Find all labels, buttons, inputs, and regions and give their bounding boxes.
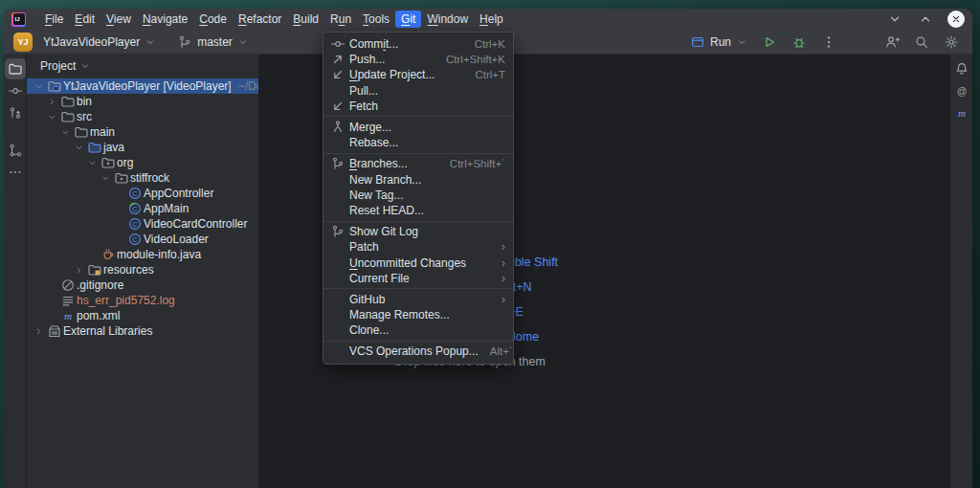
tree-chevron-down-icon[interactable] [71,143,86,153]
git-menu-item-merge-[interactable]: Merge... [323,120,513,135]
arrow-down-left-icon [330,99,345,114]
tree-row-hs-err-pid5752-log[interactable]: hs_err_pid5752.log [27,293,258,308]
tree-row--gitignore[interactable]: .gitignore [27,277,258,293]
settings-gear-button[interactable] [940,32,963,53]
git-menu-item-label: Show Git Log [349,225,505,238]
tree-label: java [103,141,124,154]
menubar-item-git[interactable]: Git [395,11,421,28]
tree-row-module-info-java[interactable]: module-info.java [27,247,258,262]
run-configuration-selector[interactable]: Run [686,33,751,52]
git-menu-item-update-project-[interactable]: Update Project...Ctrl+T [323,67,513,82]
git-menu-item-current-file[interactable]: Current File› [323,271,513,286]
git-menu-item-push-[interactable]: Push...Ctrl+Shift+K [323,52,513,67]
git-menu-item-pull-[interactable]: Pull... [323,83,513,99]
branch-selector[interactable]: master [173,33,253,52]
git-menu-item-patch[interactable]: Patch› [323,239,513,255]
menubar-item-window[interactable]: Window [421,11,474,28]
git-menu-item-fetch[interactable]: Fetch [323,99,513,114]
search-button[interactable] [910,32,933,53]
kebab-menu-icon [821,34,836,50]
tree-row-resources[interactable]: resources [27,262,258,277]
tree-row-ytjavavideoplayer-videoplayer-[interactable]: YtJavaVideoPlayer [VideoPlayer]~/Documen… [27,78,258,94]
stripe-project-folder-button[interactable] [5,58,26,79]
git-menu-item-uncommitted-changes[interactable]: Uncommitted Changes› [323,255,513,270]
menubar-item-run[interactable]: Run [324,11,357,28]
project-panel-title: Project [40,59,76,73]
menubar-item-view[interactable]: View [100,11,137,28]
tree-row-external-libraries[interactable]: External Libraries [27,323,258,339]
menubar-item-tools[interactable]: Tools [357,11,395,28]
folder-icon [73,124,90,140]
menubar-item-help[interactable]: Help [474,11,509,28]
menubar-item-file[interactable]: File [39,11,69,28]
tree-row-pom-xml[interactable]: mpom.xml [27,308,258,323]
git-tool-icon [8,105,23,121]
project-panel-header[interactable]: Project [27,55,258,78]
stripe-mentions-at-button[interactable]: @ [951,80,972,101]
git-menu-item-show-git-log[interactable]: Show Git Log [323,224,513,239]
tree-chevron-right-icon[interactable] [44,97,59,107]
git-menu-item-label: Commit... [349,37,463,51]
debug-bug-button[interactable] [788,32,811,53]
tree-row-appcontroller[interactable]: CAppController [27,186,258,201]
submenu-arrow-icon: › [501,293,505,306]
menubar-item-edit[interactable]: Edit [69,11,100,28]
close-button[interactable] [947,11,965,28]
branch-icon [330,224,345,239]
tree-row-main[interactable]: main [27,124,258,140]
svg-text:m: m [64,310,72,322]
menubar-item-refactor[interactable]: Refactor [233,11,287,28]
tree-row-bin[interactable]: bin [27,94,258,109]
tree-row-videocardcontroller[interactable]: CVideoCardController [27,216,258,232]
git-menu-item-manage-remotes-[interactable]: Manage Remotes... [323,307,513,322]
tree-row-src[interactable]: src [27,109,258,124]
git-menu-item-rebase-[interactable]: Rebase... [323,135,513,150]
git-menu-item-commit-[interactable]: Commit...Ctrl+K [323,36,513,52]
arrow-down-left-icon [330,67,345,82]
tree-chevron-down-icon[interactable] [31,81,46,92]
menubar-item-build[interactable]: Build [287,11,324,28]
git-menu-item-label: Rebase... [349,136,505,149]
tree-chevron-down-icon[interactable] [44,112,59,122]
tree-chevron-down-icon[interactable] [98,173,113,184]
stripe-more-dots-button[interactable] [5,162,26,183]
play-button[interactable] [758,32,781,53]
chevron-down-button[interactable] [886,11,903,28]
git-menu-item-github[interactable]: GitHub› [323,292,513,307]
tree-row-stiffrock[interactable]: stiffrock [27,170,258,186]
chevron-up-button[interactable] [917,11,934,28]
stripe-notifications-bell-button[interactable] [951,58,972,79]
structure-icon [8,143,23,158]
menubar-item-navigate[interactable]: Navigate [137,11,193,28]
tree-row-org[interactable]: org [27,155,258,170]
git-menu-item-clone-[interactable]: Clone... [323,322,513,338]
menu-separator [323,341,513,342]
tree-chevron-down-icon[interactable] [84,158,100,168]
search-icon [914,34,929,50]
kebab-menu-button[interactable] [817,32,840,53]
tree-chevron-down-icon[interactable] [57,127,73,138]
tree-label: org [117,156,133,169]
stripe-structure-button[interactable] [5,140,26,161]
git-menu-item-vcs-operations-popup-[interactable]: VCS Operations Popup...Alt+` [323,344,513,359]
tree-label: pom.xml [77,309,120,322]
stripe-maven-button[interactable]: m [951,102,972,123]
git-menu-item-new-branch-[interactable]: New Branch... [323,172,513,188]
git-menu-item-label: Uncommitted Changes [349,256,490,270]
stripe-commit-button[interactable] [5,80,26,101]
tree-chevron-right-icon[interactable] [31,326,46,337]
tree-row-appmain[interactable]: CAppMain [27,201,258,216]
tree-row-videoloader[interactable]: CVideoLoader [27,232,258,247]
git-menu-item-reset-head-[interactable]: Reset HEAD... [323,203,513,218]
mentions-at-icon: @ [954,83,969,99]
git-menu-item-branches-[interactable]: Branches...Ctrl+Shift+` [323,156,513,171]
stripe-git-tool-button[interactable] [5,102,26,123]
tree-label: YtJavaVideoPlayer [VideoPlayer] [63,79,232,93]
tree-row-java[interactable]: java [27,140,258,155]
tree-chevron-right-icon[interactable] [71,265,86,276]
git-menu-item-new-tag-[interactable]: New Tag... [323,188,513,203]
menubar-item-code[interactable]: Code [193,11,233,28]
person-add-button[interactable] [880,32,903,53]
project-selector[interactable]: YtJavaVideoPlayer [39,33,160,51]
tree-label: bin [77,95,92,108]
